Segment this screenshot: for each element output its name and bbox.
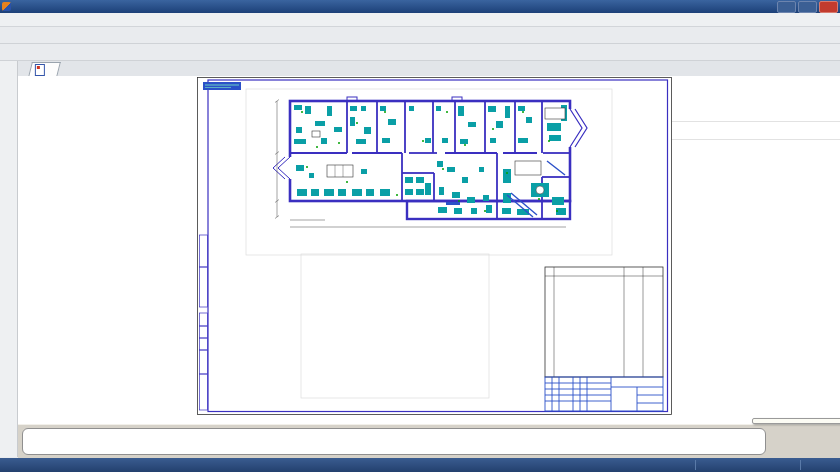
minimize-button[interactable]	[777, 1, 796, 13]
sheet-outer-border	[198, 78, 672, 415]
maximize-button[interactable]	[798, 1, 817, 13]
window-controls	[777, 1, 838, 13]
network-tooltip	[752, 418, 840, 424]
view-boundary-line	[672, 121, 840, 122]
property-input[interactable]	[22, 428, 766, 455]
selected-stamp[interactable]	[203, 82, 241, 90]
document-tab[interactable]	[28, 62, 61, 77]
close-button[interactable]	[819, 1, 838, 13]
drawing-doc-icon	[35, 64, 45, 76]
application-window	[0, 0, 840, 472]
tool-palette	[0, 61, 18, 457]
document-tab-bar	[18, 61, 840, 77]
drawing-canvas[interactable]	[18, 76, 840, 424]
drawing-sheet[interactable]	[197, 77, 672, 415]
menu-bar	[0, 13, 840, 27]
title-bar[interactable]	[0, 0, 840, 13]
property-bar	[18, 424, 840, 459]
view-boundary-line	[672, 139, 840, 140]
status-bar	[0, 458, 840, 472]
view-toolbar	[0, 44, 840, 61]
standard-toolbar	[0, 27, 840, 44]
app-icon	[2, 2, 11, 11]
